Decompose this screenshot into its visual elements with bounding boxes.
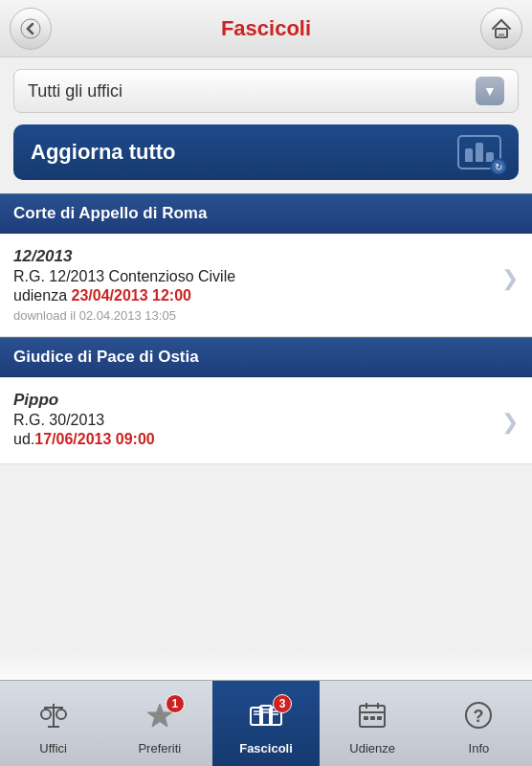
home-icon [490, 17, 513, 40]
svg-point-5 [41, 710, 51, 719]
star-icon: 1 [144, 700, 175, 737]
case-number-2: Pippo [13, 391, 492, 410]
case-content: 12/2013 R.G. 12/2013 Contenzioso Civile … [13, 247, 492, 323]
tab-uffici-label: Uffici [39, 741, 67, 755]
page-title: Fascicoli [221, 16, 311, 41]
tab-udienze-label: Udienze [349, 741, 395, 755]
dropdown-container: Tutti gli uffici ▼ [0, 57, 532, 124]
tab-fascicoli-label: Fascicoli [239, 741, 293, 755]
tab-preferiti[interactable]: 1 Preferiti [106, 681, 212, 766]
tab-info-label: Info [469, 741, 490, 755]
question-icon: ? [463, 700, 494, 737]
tab-info[interactable]: ? Info [426, 681, 532, 766]
section-header-corte: Corte di Appello di Roma [0, 193, 532, 234]
fascicoli-badge: 3 [273, 694, 292, 713]
section-header-giudice: Giudice di Pace di Ostia [0, 337, 532, 377]
case-number: 12/2013 [13, 247, 492, 266]
case-udienza: udienza 23/04/2013 12:00 [13, 287, 492, 304]
update-all-button[interactable]: Aggiorna tutto ↻ [13, 124, 519, 180]
svg-rect-25 [370, 716, 375, 720]
udienza-date-2: 17/06/2013 09:00 [34, 431, 154, 447]
case-download: download il 02.04.2013 13:05 [13, 308, 492, 323]
home-button[interactable] [480, 8, 522, 50]
update-icon: ↻ [457, 135, 501, 169]
scales-icon [38, 700, 69, 737]
tab-preferiti-label: Preferiti [138, 741, 181, 755]
update-button-label: Aggiorna tutto [31, 140, 176, 165]
back-icon [20, 18, 41, 39]
chevron-right-icon: ❯ [501, 266, 519, 291]
svg-rect-24 [364, 716, 368, 720]
back-button[interactable] [10, 8, 52, 50]
header: Fascicoli [0, 0, 532, 57]
tab-udienze[interactable]: Udienze [320, 681, 426, 766]
calendar-icon [357, 700, 388, 737]
tab-fascicoli[interactable]: 3 Fascicoli [212, 681, 319, 766]
svg-point-0 [21, 19, 40, 38]
section-title-corte: Corte di Appello di Roma [13, 204, 207, 222]
dropdown-label: Tutti gli uffici [28, 81, 122, 101]
svg-text:?: ? [474, 707, 484, 726]
refresh-icon: ↻ [490, 158, 507, 175]
tabbar: Uffici 1 Preferiti 3 F [0, 680, 532, 766]
case-rg: R.G. 12/2013 Contenzioso Civile [13, 268, 492, 285]
case-item[interactable]: 12/2013 R.G. 12/2013 Contenzioso Civile … [0, 234, 532, 337]
chevron-right-icon-2: ❯ [501, 410, 519, 435]
dropdown-arrow-icon: ▼ [476, 77, 504, 105]
case-content-2: Pippo R.G. 30/2013 ud.17/06/2013 09:00 [13, 391, 492, 456]
tab-uffici[interactable]: Uffici [0, 681, 106, 766]
case-rg-2: R.G. 30/2013 [13, 412, 492, 429]
svg-rect-26 [377, 716, 382, 720]
udienza-prefix-2: ud. [13, 431, 34, 447]
content-area: Tutti gli uffici ▼ Aggiorna tutto ↻ Cort… [0, 57, 532, 680]
office-dropdown[interactable]: Tutti gli uffici ▼ [13, 69, 519, 113]
case-item-partial[interactable]: Pippo R.G. 30/2013 ud.17/06/2013 09:00 ❯ [0, 377, 532, 464]
udienza-prefix: udienza [13, 287, 72, 304]
preferiti-badge: 1 [166, 694, 185, 713]
section-title-giudice: Giudice di Pace di Ostia [13, 348, 199, 366]
svg-point-6 [56, 710, 66, 719]
case-udienza-2: ud.17/06/2013 09:00 [13, 431, 492, 452]
udienza-date: 23/04/2013 12:00 [72, 287, 191, 304]
update-container: Aggiorna tutto ↻ [0, 124, 532, 193]
folders-icon: 3 [250, 700, 282, 737]
svg-rect-2 [499, 34, 504, 37]
